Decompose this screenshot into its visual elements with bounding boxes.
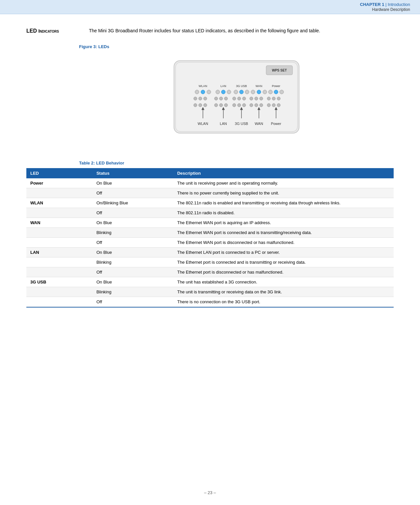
- cell-status: Blinking: [93, 257, 173, 267]
- table-row: BlinkingThe Ethernet WAN port is connect…: [26, 228, 394, 238]
- cell-led: [26, 297, 93, 307]
- svg-text:Power: Power: [271, 122, 281, 126]
- router-svg: WPS SET WLAN LAN 3G USB WAN Power: [167, 54, 306, 146]
- header-separator: |: [385, 2, 388, 7]
- svg-point-26: [204, 97, 207, 100]
- svg-text:WLAN: WLAN: [198, 122, 208, 126]
- svg-point-33: [250, 97, 253, 100]
- cell-description: The 802.11n radio is disabled.: [173, 208, 394, 218]
- cell-status: On Blue: [93, 218, 173, 228]
- table-header-row: LED Status Description: [26, 168, 394, 178]
- svg-point-10: [201, 90, 205, 94]
- table-row: OffThe 802.11n radio is disabled.: [26, 208, 394, 218]
- cell-status: Blinking: [93, 228, 173, 238]
- svg-point-51: [267, 104, 270, 107]
- table-row: WLANOn/Blinking BlueThe 802.11n radio is…: [26, 198, 394, 208]
- cell-status: Off: [93, 267, 173, 277]
- svg-text:LAN: LAN: [220, 122, 227, 126]
- cell-led: [26, 287, 93, 297]
- svg-point-22: [274, 90, 278, 94]
- svg-point-15: [234, 90, 238, 94]
- cell-status: Off: [93, 208, 173, 218]
- svg-point-37: [272, 97, 275, 100]
- cell-description: The unit has established a 3G connection…: [173, 277, 394, 287]
- led-section: LED Indicators The Mini 3G Broadband Rou…: [26, 27, 394, 34]
- svg-point-25: [199, 97, 202, 100]
- svg-point-42: [214, 104, 218, 107]
- svg-text:Power: Power: [272, 84, 280, 88]
- cell-status: On Blue: [93, 277, 173, 287]
- svg-point-50: [260, 104, 263, 107]
- header-subtitle: Hardware Description: [0, 7, 410, 12]
- indicators-text: Indicators: [38, 28, 59, 34]
- svg-point-49: [255, 104, 258, 107]
- cell-led: [26, 188, 93, 198]
- led-text: LED: [26, 28, 38, 34]
- svg-point-43: [219, 104, 223, 107]
- table-row: OffThe Ethernet port is disconnected or …: [26, 267, 394, 277]
- col-header-status: Status: [93, 168, 173, 178]
- svg-point-36: [267, 97, 270, 100]
- svg-text:3G USB: 3G USB: [236, 84, 247, 88]
- svg-point-31: [238, 97, 241, 100]
- cell-led: [26, 228, 93, 238]
- table-row: BlinkingThe unit is transmitting or rece…: [26, 287, 394, 297]
- main-content: LED Indicators The Mini 3G Broadband Rou…: [0, 14, 420, 327]
- svg-point-23: [280, 90, 284, 94]
- cell-description: The Ethernet WAN port is aquiring an IP …: [173, 218, 394, 228]
- svg-point-24: [194, 97, 197, 100]
- cell-led: WAN: [26, 218, 93, 228]
- table-title: Table 2: LED Behavior: [79, 161, 394, 165]
- svg-point-11: [207, 90, 211, 94]
- led-section-label: LED Indicators: [26, 27, 79, 34]
- table-row: WANOn BlueThe Ethernet WAN port is aquir…: [26, 218, 394, 228]
- led-table: LED Status Description PowerOn BlueThe u…: [26, 168, 394, 307]
- svg-point-14: [227, 90, 231, 94]
- figure-title: Figure 3: LEDs: [79, 44, 394, 49]
- svg-point-30: [233, 97, 236, 100]
- cell-description: The Ethernet WAN port is disconnected or…: [173, 238, 394, 248]
- cell-description: There is no connection on the 3G USB por…: [173, 297, 394, 307]
- svg-point-9: [195, 90, 199, 94]
- svg-point-52: [272, 104, 275, 107]
- table-row: LANOn BlueThe Ethernet LAN port is conne…: [26, 248, 394, 257]
- svg-point-41: [204, 104, 207, 107]
- svg-point-13: [221, 90, 225, 94]
- svg-text:LAN: LAN: [220, 84, 226, 88]
- svg-point-38: [277, 97, 280, 100]
- cell-description: The Ethernet LAN port is connected to a …: [173, 248, 394, 257]
- cell-status: Off: [93, 188, 173, 198]
- cell-status: Off: [93, 297, 173, 307]
- svg-point-47: [242, 104, 246, 107]
- cell-description: The 802.11n radio is enabled and transmi…: [173, 198, 394, 208]
- cell-led: [26, 208, 93, 218]
- cell-status: Blinking: [93, 287, 173, 297]
- col-header-description: Description: [173, 168, 394, 178]
- cell-description: The unit is receiving power and is opera…: [173, 178, 394, 188]
- svg-point-53: [277, 104, 280, 107]
- cell-led: [26, 267, 93, 277]
- page-number: – 23 –: [0, 490, 420, 495]
- svg-point-48: [250, 104, 253, 107]
- cell-led: 3G USB: [26, 277, 93, 287]
- cell-led: Power: [26, 178, 93, 188]
- svg-point-34: [255, 97, 258, 100]
- table-row: 3G USBOn BlueThe unit has established a …: [26, 277, 394, 287]
- col-header-led: LED: [26, 168, 93, 178]
- svg-point-20: [263, 90, 267, 94]
- cell-led: [26, 238, 93, 248]
- svg-point-40: [199, 104, 202, 107]
- svg-text:3G USB: 3G USB: [235, 122, 248, 126]
- chapter-label: CHAPTER 1: [360, 2, 384, 7]
- table-row: OffThere is no power currently being sup…: [26, 188, 394, 198]
- page-header: CHAPTER 1 | Introduction Hardware Descri…: [0, 0, 420, 14]
- svg-point-39: [194, 104, 197, 107]
- cell-status: On Blue: [93, 248, 173, 257]
- cell-description: The Ethernet WAN port is connected and i…: [173, 228, 394, 238]
- svg-point-21: [268, 90, 272, 94]
- table-row: PowerOn BlueThe unit is receiving power …: [26, 178, 394, 188]
- cell-led: LAN: [26, 248, 93, 257]
- table-row: OffThe Ethernet WAN port is disconnected…: [26, 238, 394, 248]
- svg-point-46: [238, 104, 241, 107]
- svg-point-19: [257, 90, 261, 94]
